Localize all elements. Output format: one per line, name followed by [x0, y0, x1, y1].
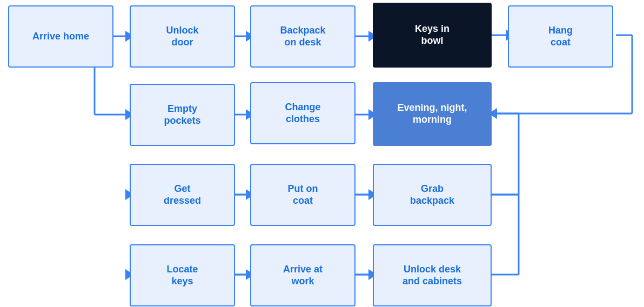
flowchart: Arrive home Unlockdoor Backpackon desk K… [0, 0, 644, 307]
node-put-on-coat: Put oncoat [250, 164, 355, 226]
node-get-dressed: Getdressed [130, 164, 235, 226]
node-unlock-desk: Unlock deskand cabinets [373, 244, 492, 306]
node-unlock-door: Unlockdoor [130, 5, 235, 68]
node-grab-backpack: Grabbackpack [373, 164, 492, 226]
node-change-clothes: Changeclothes [250, 82, 355, 144]
node-locate-keys: Locatekeys [130, 244, 235, 306]
node-keys-bowl: Keys inbowl [373, 3, 492, 68]
node-evening-night: Evening, night,morning [373, 82, 492, 146]
node-empty-pockets: Emptypockets [130, 84, 235, 146]
node-arrive-work: Arrive atwork [250, 244, 355, 306]
node-arrive-home: Arrive home [8, 5, 113, 68]
node-hang-coat: Hangcoat [508, 5, 613, 68]
node-backpack-desk: Backpackon desk [250, 5, 355, 68]
